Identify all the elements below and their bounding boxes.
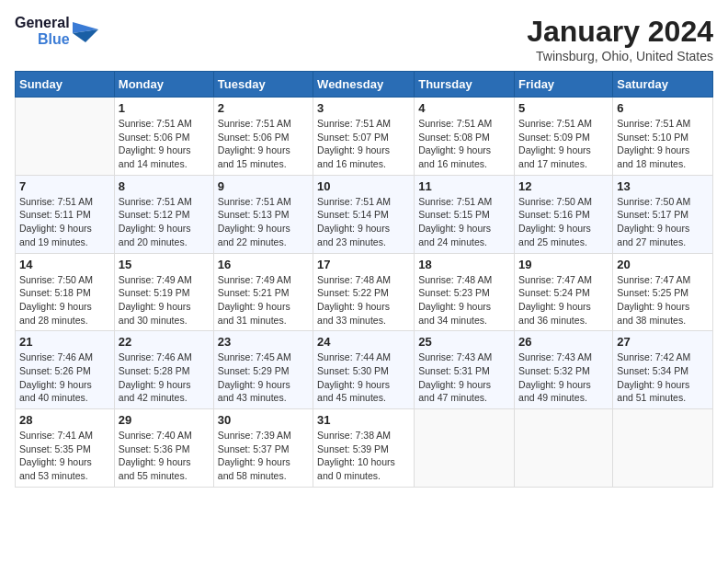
day-info: Sunrise: 7:51 AM Sunset: 5:11 PM Dayligh… bbox=[19, 195, 110, 249]
day-number: 22 bbox=[119, 335, 210, 349]
calendar-cell: 18Sunrise: 7:48 AM Sunset: 5:23 PM Dayli… bbox=[415, 253, 515, 331]
day-info: Sunrise: 7:51 AM Sunset: 5:09 PM Dayligh… bbox=[518, 117, 609, 171]
calendar-cell: 3Sunrise: 7:51 AM Sunset: 5:07 PM Daylig… bbox=[313, 98, 415, 176]
day-info: Sunrise: 7:45 AM Sunset: 5:29 PM Dayligh… bbox=[218, 350, 309, 405]
calendar-cell: 24Sunrise: 7:44 AM Sunset: 5:30 PM Dayli… bbox=[313, 331, 415, 409]
calendar-cell: 19Sunrise: 7:47 AM Sunset: 5:24 PM Dayli… bbox=[515, 253, 613, 331]
day-info: Sunrise: 7:46 AM Sunset: 5:28 PM Dayligh… bbox=[119, 350, 210, 405]
day-header-thursday: Thursday bbox=[415, 72, 515, 98]
day-number: 14 bbox=[19, 258, 110, 271]
day-info: Sunrise: 7:39 AM Sunset: 5:37 PM Dayligh… bbox=[218, 429, 309, 483]
day-info: Sunrise: 7:51 AM Sunset: 5:10 PM Dayligh… bbox=[617, 117, 709, 171]
day-header-saturday: Saturday bbox=[613, 72, 713, 98]
day-info: Sunrise: 7:47 AM Sunset: 5:25 PM Dayligh… bbox=[617, 273, 709, 327]
day-info: Sunrise: 7:41 AM Sunset: 5:35 PM Dayligh… bbox=[19, 429, 110, 483]
day-number: 16 bbox=[218, 258, 309, 271]
day-number: 10 bbox=[317, 179, 410, 193]
day-number: 9 bbox=[218, 179, 309, 193]
week-row-1: 1Sunrise: 7:51 AM Sunset: 5:06 PM Daylig… bbox=[16, 98, 713, 176]
calendar-cell: 5Sunrise: 7:51 AM Sunset: 5:09 PM Daylig… bbox=[515, 98, 613, 176]
day-header-monday: Monday bbox=[114, 72, 213, 98]
day-header-sunday: Sunday bbox=[16, 72, 115, 98]
day-number: 25 bbox=[418, 335, 510, 349]
day-number: 3 bbox=[317, 101, 410, 115]
days-header-row: SundayMondayTuesdayWednesdayThursdayFrid… bbox=[16, 72, 713, 98]
month-title: January 2024 bbox=[527, 15, 713, 49]
calendar-cell: 12Sunrise: 7:50 AM Sunset: 5:16 PM Dayli… bbox=[515, 175, 613, 253]
calendar-cell: 22Sunrise: 7:46 AM Sunset: 5:28 PM Dayli… bbox=[114, 331, 213, 409]
calendar-cell bbox=[515, 409, 613, 488]
calendar-cell: 27Sunrise: 7:42 AM Sunset: 5:34 PM Dayli… bbox=[613, 331, 713, 409]
logo-blue: Blue bbox=[38, 31, 70, 48]
day-number: 29 bbox=[119, 413, 210, 427]
calendar-cell bbox=[16, 98, 115, 176]
day-info: Sunrise: 7:46 AM Sunset: 5:26 PM Dayligh… bbox=[19, 350, 110, 405]
day-number: 2 bbox=[218, 101, 309, 115]
week-row-4: 21Sunrise: 7:46 AM Sunset: 5:26 PM Dayli… bbox=[16, 331, 713, 409]
day-number: 1 bbox=[119, 101, 210, 115]
day-number: 26 bbox=[518, 335, 609, 349]
calendar-table: SundayMondayTuesdayWednesdayThursdayFrid… bbox=[15, 71, 713, 488]
page-header: General Blue January 2024 Twinsburg, Ohi… bbox=[15, 15, 713, 63]
day-info: Sunrise: 7:42 AM Sunset: 5:34 PM Dayligh… bbox=[617, 350, 709, 405]
calendar-cell: 16Sunrise: 7:49 AM Sunset: 5:21 PM Dayli… bbox=[213, 253, 313, 331]
day-number: 27 bbox=[617, 335, 709, 349]
day-info: Sunrise: 7:51 AM Sunset: 5:07 PM Dayligh… bbox=[317, 117, 410, 171]
day-info: Sunrise: 7:51 AM Sunset: 5:06 PM Dayligh… bbox=[119, 117, 210, 171]
calendar-cell: 14Sunrise: 7:50 AM Sunset: 5:18 PM Dayli… bbox=[16, 253, 115, 331]
day-header-tuesday: Tuesday bbox=[213, 72, 313, 98]
day-number: 15 bbox=[119, 258, 210, 271]
logo-wordmark: General Blue bbox=[15, 15, 98, 47]
calendar-cell: 7Sunrise: 7:51 AM Sunset: 5:11 PM Daylig… bbox=[16, 175, 115, 253]
calendar-cell: 26Sunrise: 7:43 AM Sunset: 5:32 PM Dayli… bbox=[515, 331, 613, 409]
logo-general: General bbox=[15, 15, 70, 31]
day-number: 7 bbox=[19, 179, 110, 193]
day-number: 23 bbox=[218, 335, 309, 349]
day-info: Sunrise: 7:50 AM Sunset: 5:18 PM Dayligh… bbox=[19, 273, 110, 327]
day-number: 4 bbox=[418, 101, 510, 115]
calendar-cell: 28Sunrise: 7:41 AM Sunset: 5:35 PM Dayli… bbox=[16, 409, 115, 488]
calendar-cell: 30Sunrise: 7:39 AM Sunset: 5:37 PM Dayli… bbox=[213, 409, 313, 488]
calendar-cell: 23Sunrise: 7:45 AM Sunset: 5:29 PM Dayli… bbox=[213, 331, 313, 409]
day-info: Sunrise: 7:49 AM Sunset: 5:21 PM Dayligh… bbox=[218, 273, 309, 327]
day-number: 13 bbox=[617, 179, 709, 193]
logo-bird-icon bbox=[73, 17, 98, 46]
calendar-cell: 31Sunrise: 7:38 AM Sunset: 5:39 PM Dayli… bbox=[313, 409, 415, 488]
day-info: Sunrise: 7:48 AM Sunset: 5:22 PM Dayligh… bbox=[317, 273, 410, 327]
day-info: Sunrise: 7:51 AM Sunset: 5:14 PM Dayligh… bbox=[317, 195, 410, 249]
calendar-cell: 8Sunrise: 7:51 AM Sunset: 5:12 PM Daylig… bbox=[114, 175, 213, 253]
calendar-cell: 25Sunrise: 7:43 AM Sunset: 5:31 PM Dayli… bbox=[415, 331, 515, 409]
day-number: 5 bbox=[518, 101, 609, 115]
day-info: Sunrise: 7:51 AM Sunset: 5:15 PM Dayligh… bbox=[418, 195, 510, 249]
calendar-cell: 15Sunrise: 7:49 AM Sunset: 5:19 PM Dayli… bbox=[114, 253, 213, 331]
day-number: 18 bbox=[418, 258, 510, 271]
calendar-cell: 21Sunrise: 7:46 AM Sunset: 5:26 PM Dayli… bbox=[16, 331, 115, 409]
title-section: January 2024 Twinsburg, Ohio, United Sta… bbox=[527, 15, 713, 63]
day-header-wednesday: Wednesday bbox=[313, 72, 415, 98]
calendar-cell bbox=[415, 409, 515, 488]
week-row-3: 14Sunrise: 7:50 AM Sunset: 5:18 PM Dayli… bbox=[16, 253, 713, 331]
day-number: 24 bbox=[317, 335, 410, 349]
week-row-2: 7Sunrise: 7:51 AM Sunset: 5:11 PM Daylig… bbox=[16, 175, 713, 253]
day-info: Sunrise: 7:44 AM Sunset: 5:30 PM Dayligh… bbox=[317, 350, 410, 405]
day-number: 31 bbox=[317, 413, 410, 427]
day-number: 28 bbox=[19, 413, 110, 427]
calendar-cell: 10Sunrise: 7:51 AM Sunset: 5:14 PM Dayli… bbox=[313, 175, 415, 253]
day-number: 12 bbox=[518, 179, 609, 193]
calendar-cell: 13Sunrise: 7:50 AM Sunset: 5:17 PM Dayli… bbox=[613, 175, 713, 253]
day-number: 30 bbox=[218, 413, 309, 427]
day-info: Sunrise: 7:50 AM Sunset: 5:16 PM Dayligh… bbox=[518, 195, 609, 249]
calendar-cell bbox=[613, 409, 713, 488]
logo: General Blue bbox=[15, 15, 98, 47]
day-number: 11 bbox=[418, 179, 510, 193]
day-info: Sunrise: 7:51 AM Sunset: 5:12 PM Dayligh… bbox=[119, 195, 210, 249]
calendar-cell: 2Sunrise: 7:51 AM Sunset: 5:06 PM Daylig… bbox=[213, 98, 313, 176]
day-info: Sunrise: 7:43 AM Sunset: 5:31 PM Dayligh… bbox=[418, 350, 510, 405]
day-info: Sunrise: 7:51 AM Sunset: 5:08 PM Dayligh… bbox=[418, 117, 510, 171]
day-number: 19 bbox=[518, 258, 609, 271]
day-info: Sunrise: 7:51 AM Sunset: 5:06 PM Dayligh… bbox=[218, 117, 309, 171]
day-number: 6 bbox=[617, 101, 709, 115]
day-info: Sunrise: 7:50 AM Sunset: 5:17 PM Dayligh… bbox=[617, 195, 709, 249]
day-info: Sunrise: 7:38 AM Sunset: 5:39 PM Dayligh… bbox=[317, 429, 410, 483]
calendar-cell: 9Sunrise: 7:51 AM Sunset: 5:13 PM Daylig… bbox=[213, 175, 313, 253]
